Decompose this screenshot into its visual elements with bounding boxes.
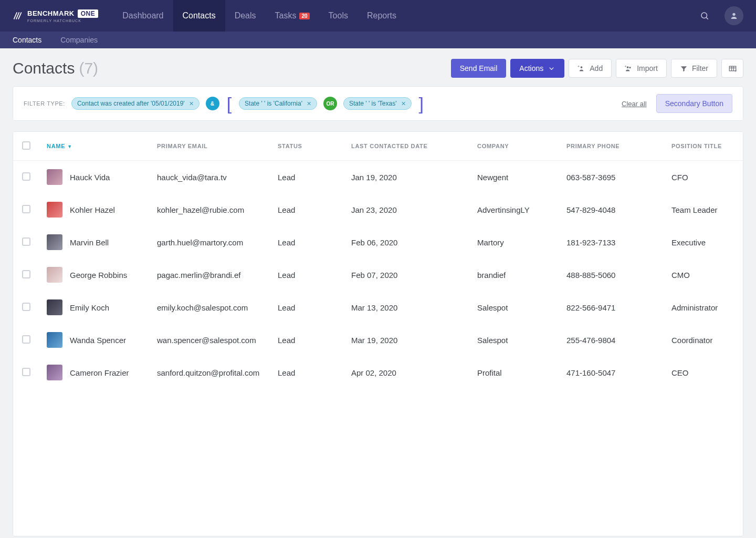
row-checkbox[interactable] [22, 237, 30, 246]
contact-company: brandief [470, 258, 559, 291]
contact-position: Administrator [664, 291, 743, 324]
table-row[interactable]: Wanda Spencerwan.spencer@salespot.comLea… [13, 324, 743, 356]
filter-button[interactable]: Filter [671, 59, 717, 78]
actions-label: Actions [519, 64, 543, 73]
page-title: Contacts [13, 59, 75, 77]
brand-tagline: FORMERLY HATCHBUCK [27, 19, 98, 23]
close-icon[interactable]: ✕ [307, 100, 311, 107]
nav-item-tasks[interactable]: Tasks20 [266, 0, 319, 32]
avatar [47, 169, 62, 185]
contact-position: Team Leader [664, 193, 743, 226]
nav-item-deals[interactable]: Deals [225, 0, 266, 32]
contact-position: Coordinator [664, 324, 743, 356]
filter-chip-label: Contact was created after '05/01/2019' [77, 100, 185, 107]
chevron-down-icon [548, 65, 555, 73]
contact-name: Cameron Frazier [70, 368, 129, 377]
contact-phone: 255-476-9804 [559, 324, 664, 356]
operator-and[interactable]: & [206, 97, 219, 110]
filter-chip-label: State ' ' is 'Texas' [349, 100, 397, 107]
page-count: (7) [79, 59, 98, 77]
table-row[interactable]: Emily Kochemily.koch@salespot.comLeadMar… [13, 291, 743, 324]
column-header-last-contacted[interactable]: LAST CONTACTED DATE [344, 132, 470, 161]
column-header-email[interactable]: PRIMARY EMAIL [150, 132, 270, 161]
filter-type-label: FILTER TYPE: [24, 100, 65, 107]
subnav-item-contacts[interactable]: Contacts [13, 36, 41, 44]
contact-status: Lead [270, 226, 344, 258]
secondary-button[interactable]: Secondary Button [656, 94, 732, 113]
nav-item-reports[interactable]: Reports [358, 0, 406, 32]
table-row[interactable]: George Robbinspagac.merlin@brandi.efLead… [13, 258, 743, 291]
nav-item-tools[interactable]: Tools [319, 0, 358, 32]
table-row[interactable]: Hauck Vidahauck_vida@tara.tvLeadJan 19, … [13, 161, 743, 194]
contact-last-date: Feb 07, 2020 [344, 258, 470, 291]
avatar [47, 202, 62, 218]
contact-company: AdvertinsingLY [470, 193, 559, 226]
row-checkbox[interactable] [22, 205, 30, 213]
actions-dropdown-button[interactable]: Actions [510, 59, 564, 78]
svg-rect-8 [729, 66, 736, 71]
svg-point-3 [581, 66, 583, 68]
avatar [47, 267, 62, 283]
search-icon[interactable] [695, 6, 714, 25]
contact-company: Newgent [470, 161, 559, 194]
filter-chip-state-ca[interactable]: State ' ' is 'California' ✕ [239, 97, 317, 110]
table-row[interactable]: Marvin Bellgarth.huel@martory.comLeadFeb… [13, 226, 743, 258]
contact-status: Lead [270, 324, 344, 356]
contact-name: George Robbins [70, 271, 127, 280]
avatar [47, 299, 62, 315]
contact-name: Wanda Spencer [70, 336, 126, 345]
column-header-status[interactable]: STATUS [270, 132, 344, 161]
operator-or[interactable]: OR [323, 97, 337, 110]
contact-last-date: Jan 23, 2020 [344, 193, 470, 226]
column-header-phone[interactable]: PRIMARY PHONE [559, 132, 664, 161]
table-row[interactable]: Cameron Fraziersanford.quitzon@profital.… [13, 356, 743, 389]
brand-logo[interactable]: BENCHMARK ONE FORMERLY HATCHBUCK [13, 9, 98, 23]
close-icon[interactable]: ✕ [401, 100, 406, 107]
svg-point-2 [732, 13, 735, 16]
contact-company: Salespot [470, 324, 559, 356]
import-button[interactable]: + Import [616, 59, 667, 78]
filter-chip-created[interactable]: Contact was created after '05/01/2019' ✕ [71, 97, 200, 110]
nav-item-dashboard[interactable]: Dashboard [113, 0, 173, 32]
contact-name: Emily Koch [70, 303, 109, 312]
svg-point-5 [627, 66, 629, 68]
contact-company: Martory [470, 226, 559, 258]
row-checkbox[interactable] [22, 335, 30, 344]
column-header-company[interactable]: COMPANY [470, 132, 559, 161]
row-checkbox[interactable] [22, 172, 30, 181]
close-icon[interactable]: ✕ [189, 100, 194, 107]
avatar [47, 365, 62, 380]
subnav-item-companies[interactable]: Companies [60, 36, 98, 44]
row-checkbox[interactable] [22, 303, 30, 311]
contact-position: CFO [664, 161, 743, 194]
row-checkbox[interactable] [22, 270, 30, 278]
contact-phone: 181-923-7133 [559, 226, 664, 258]
contact-company: Salespot [470, 291, 559, 324]
filter-chip-state-tx[interactable]: State ' ' is 'Texas' ✕ [343, 97, 412, 110]
contact-email: kohler_hazel@rubie.com [150, 193, 270, 226]
column-header-name[interactable]: NAME▼ [39, 132, 150, 161]
select-all-checkbox[interactable] [22, 141, 30, 150]
nav-item-contacts[interactable]: Contacts [173, 0, 225, 32]
contact-email: garth.huel@martory.com [150, 226, 270, 258]
add-button[interactable]: + Add [569, 59, 612, 78]
contact-name: Hauck Vida [70, 173, 110, 182]
user-menu-icon[interactable] [724, 6, 743, 25]
contact-email: hauck_vida@tara.tv [150, 161, 270, 194]
sort-desc-icon: ▼ [67, 144, 72, 149]
brand-name: BENCHMARK [27, 9, 75, 17]
table-row[interactable]: Kohler Hazelkohler_hazel@rubie.comLeadJa… [13, 193, 743, 226]
contacts-table: NAME▼ PRIMARY EMAIL STATUS LAST CONTACTE… [13, 131, 743, 536]
send-email-button[interactable]: Send Email [451, 59, 507, 78]
clear-all-link[interactable]: Clear all [622, 100, 647, 108]
columns-button[interactable] [721, 59, 743, 78]
contact-phone: 547-829-4048 [559, 193, 664, 226]
add-person-icon: + [578, 65, 585, 73]
row-checkbox[interactable] [22, 368, 30, 376]
table-columns-icon [729, 65, 737, 73]
contact-position: CMO [664, 258, 743, 291]
funnel-icon [680, 65, 688, 73]
page-header: Contacts (7) Send Email Actions + Add + … [13, 59, 743, 78]
contact-last-date: Mar 19, 2020 [344, 324, 470, 356]
column-header-position[interactable]: POSITION TITLE [664, 132, 743, 161]
